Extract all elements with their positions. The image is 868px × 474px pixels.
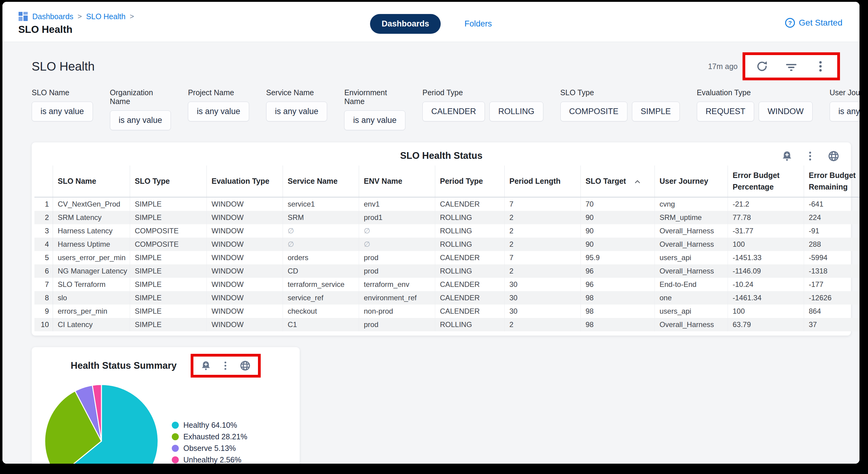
filter-label: SLO Name [32,88,93,97]
column-header-period-length[interactable]: Period Length [504,166,581,197]
table-cell: 90 [581,224,654,238]
table-cell: errors_per_min [53,305,130,318]
table-cell: prod [359,264,435,278]
filter-value-button[interactable]: ROLLING [490,102,543,122]
breadcrumb-link-dashboards[interactable]: Dashboards [32,12,73,21]
legend-item-healthy[interactable]: Healthy 64.10% [172,421,247,430]
table-cell: 98 [581,305,654,318]
row-number-cell: 5 [34,251,53,264]
table-cell: prod1 [359,211,435,224]
table-cell: -5994 [804,251,860,264]
column-header-error-budget-remaining[interactable]: Error Budget Remaining [804,166,860,197]
table-cell: ROLLING [435,211,504,224]
main-tabs: Dashboards Folders [370,14,492,34]
table-cell: ∅ [283,224,359,238]
filter-icon[interactable] [785,60,798,73]
table-cell: slo [53,291,130,305]
table-cell: 37 [804,318,860,331]
filter-value-button[interactable]: SIMPLE [632,102,680,122]
kebab-menu-icon[interactable] [814,60,827,73]
table-cell: CALENDER [435,305,504,318]
table-cell: prod [359,318,435,331]
table-row: 1CV_NextGen_ProdSIMPLEWINDOWservice1env1… [34,197,860,211]
column-header-period-type[interactable]: Period Type [435,166,504,197]
filter-group-slo-name: SLO Nameis any value [32,88,93,130]
table-cell: WINDOW [207,278,283,291]
table-cell: ROLLING [435,318,504,331]
table-row: 5users_error_per_minSIMPLEWINDOWorderspr… [34,251,860,264]
table-cell: terraform_env [359,278,435,291]
dashboard-title: SLO Health [32,60,95,73]
tab-dashboards[interactable]: Dashboards [370,14,441,34]
table-cell: SRM_uptime [654,211,727,224]
table-cell: SIMPLE [130,211,207,224]
table-cell: cvng [654,197,727,211]
globe-icon[interactable] [240,360,251,371]
kebab-menu-icon[interactable] [805,150,816,162]
slo-health-status-table: SLO NameSLO TypeEvaluation TypeService N… [34,166,860,331]
table-cell: environment_ref [359,291,435,305]
pie-legend: Healthy 64.10%Exhausted 28.21%Observe 5.… [172,421,247,464]
sort-ascending-caret-icon [634,180,641,184]
table-cell: users_api [654,251,727,264]
table-cell: WINDOW [207,238,283,251]
column-header-slo-target[interactable]: SLO Target [581,166,654,197]
filter-group-service-name: Service Nameis any value [266,88,328,130]
row-number-column-header [34,166,53,197]
legend-item-observe[interactable]: Observe 5.13% [172,444,247,453]
bell-plus-icon[interactable] [201,361,211,371]
table-row: 3Harness LatencyCOMPOSITEWINDOW∅∅ROLLING… [34,224,860,238]
breadcrumb-link-slo-health[interactable]: SLO Health [86,12,125,21]
legend-item-unhealthy[interactable]: Unhealthy 2.56% [172,455,247,464]
row-number-cell: 9 [34,305,53,318]
filter-label: Service Name [266,88,328,97]
filter-label: Enviornment Name [344,88,405,106]
filter-value-button[interactable]: is any value [188,102,249,122]
table-cell: COMPOSITE [130,238,207,251]
tab-folders[interactable]: Folders [464,19,492,29]
filter-value-button[interactable]: is any value [266,102,328,122]
table-cell: prod [359,251,435,264]
top-bar: Dashboards > SLO Health > SLO Health Das… [2,2,860,42]
filter-value-button[interactable]: COMPOSITE [560,102,627,122]
legend-dot [172,433,179,440]
get-started-button[interactable]: ? Get Started [785,18,842,28]
pie-card-title: Health Status Summary [71,360,177,371]
kebab-menu-icon[interactable] [220,361,230,371]
dashboard-content: SLO Health 17m ago [2,42,860,464]
filter-group-slo-type: SLO TypeCOMPOSITESIMPLE [560,88,680,130]
column-header-slo-type[interactable]: SLO Type [130,166,207,197]
column-header-user-journey[interactable]: User Journey [654,166,727,197]
column-header-error-budget-percentage[interactable]: Error Budget Percentage [727,166,804,197]
table-cell: SLO Terraform [53,278,130,291]
column-header-slo-name[interactable]: SLO Name [53,166,130,197]
filter-value-button[interactable]: CALENDER [423,102,485,122]
legend-dot [172,456,179,463]
filter-value-button[interactable]: is any value [830,102,860,122]
column-header-service-name[interactable]: Service Name [283,166,359,197]
table-cell: env1 [359,197,435,211]
legend-item-exhausted[interactable]: Exhausted 28.21% [172,432,247,441]
table-cell: 77.78 [727,211,804,224]
table-cell: 30 [504,278,581,291]
filter-label: User Journey [830,88,860,97]
table-cell: Overall_Harness [654,238,727,251]
column-header-env-name[interactable]: ENV Name [359,166,435,197]
legend-dot [172,445,179,452]
filter-value-button[interactable]: REQUEST [697,102,754,122]
filter-value-button[interactable]: is any value [344,110,405,130]
column-header-evaluation-type[interactable]: Evaluation Type [207,166,283,197]
filter-value-button[interactable]: is any value [32,102,93,122]
table-cell: SIMPLE [130,278,207,291]
refresh-icon[interactable] [755,60,768,73]
table-cell: 96 [581,278,654,291]
filter-value-button[interactable]: WINDOW [759,102,812,122]
table-cell: Overall_Harness [654,224,727,238]
legend-label: Exhausted 28.21% [183,432,247,441]
table-cell: WINDOW [207,224,283,238]
breadcrumb-separator: > [78,12,82,21]
bell-plus-icon[interactable] [781,150,793,162]
table-cell: SIMPLE [130,251,207,264]
filter-value-button[interactable]: is any value [110,110,171,130]
globe-icon[interactable] [828,150,839,162]
